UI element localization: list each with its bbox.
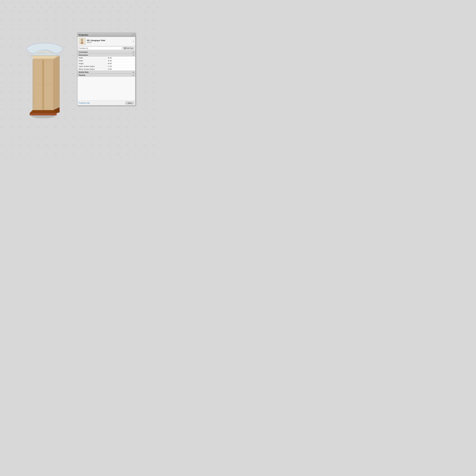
table-row: Height xyxy=(78,62,135,65)
svg-text:RD: RD xyxy=(4,6,7,8)
furniture-illustration xyxy=(15,30,71,122)
phasing-label: Phasing xyxy=(79,74,85,76)
identity-data-chevron-icon: ⏶ xyxy=(133,71,134,73)
svg-marker-25 xyxy=(30,110,56,113)
svg-text:RD: RD xyxy=(58,6,60,8)
prop-label: Upper Surface Radius xyxy=(78,65,106,68)
svg-rect-46 xyxy=(82,39,83,41)
section-constraints[interactable]: Constraints ⏶ xyxy=(78,51,135,53)
prop-value[interactable] xyxy=(106,56,135,59)
selector-row: Furniture (1) Edit Type xyxy=(78,46,135,51)
panel-footer: Properties help Apply xyxy=(78,101,135,105)
svg-rect-45 xyxy=(81,39,82,41)
item-info: RD_Synagogue Table Wood xyxy=(87,39,131,43)
close-button[interactable]: ✕ xyxy=(132,34,134,36)
prop-label: Width xyxy=(78,56,106,59)
svg-text:RD: RD xyxy=(13,6,16,8)
table-row: Width xyxy=(78,56,135,59)
svg-text:RD: RD xyxy=(22,6,25,8)
panel-header: RD_Synagogue Table Wood ▼ xyxy=(78,37,135,46)
phasing-chevron-icon: ⏶ xyxy=(133,74,134,76)
type-selector[interactable]: Furniture (1) xyxy=(78,47,122,50)
svg-text:RD: RD xyxy=(67,6,69,8)
properties-panel: Properties ✕ RD_Synagogue Table Wood ▼ F… xyxy=(77,33,135,105)
dimensions-table: Width Depth Height Upper Surface Radius … xyxy=(78,56,135,71)
prop-value-input[interactable] xyxy=(108,63,134,64)
svg-marker-29 xyxy=(53,56,60,110)
prop-value[interactable] xyxy=(106,65,135,68)
section-phasing[interactable]: Phasing ⏶ xyxy=(78,74,135,77)
svg-text:RD: RD xyxy=(85,6,87,8)
edit-type-button[interactable]: Edit Type xyxy=(123,47,134,50)
svg-text:RD: RD xyxy=(129,6,132,8)
prop-value-input[interactable] xyxy=(108,60,134,62)
svg-text:RD: RD xyxy=(40,6,43,8)
svg-marker-43 xyxy=(31,54,60,55)
prop-value[interactable] xyxy=(106,68,135,71)
prop-value[interactable] xyxy=(106,62,135,65)
dimensions-label: Dimensions xyxy=(79,54,88,56)
table-row: Below Surface Radius xyxy=(78,68,135,71)
prop-label: Height xyxy=(78,62,106,65)
prop-value[interactable] xyxy=(106,59,135,62)
svg-rect-48 xyxy=(124,47,125,48)
svg-text:RD: RD xyxy=(120,6,123,8)
table-row: Upper Surface Radius xyxy=(78,65,135,68)
svg-text:RD: RD xyxy=(147,6,150,8)
svg-rect-36 xyxy=(42,60,44,110)
dropdown-arrow-icon: ▼ xyxy=(133,41,134,42)
empty-area xyxy=(78,77,135,101)
constraints-label: Constraints xyxy=(79,51,88,53)
prop-value-input[interactable] xyxy=(108,68,134,70)
constraints-chevron-icon: ⏶ xyxy=(133,51,134,53)
svg-text:RD: RD xyxy=(156,6,159,8)
panel-titlebar: Properties ✕ xyxy=(78,33,135,37)
prop-value-input[interactable] xyxy=(108,66,134,67)
svg-text:RD: RD xyxy=(31,6,34,8)
svg-rect-51 xyxy=(125,48,126,49)
dimensions-chevron-icon: ⏷ xyxy=(133,54,134,56)
edit-type-icon xyxy=(124,47,126,49)
prop-label: Below Surface Radius xyxy=(78,68,106,71)
item-thumbnail xyxy=(79,38,86,45)
edit-type-label: Edit Type xyxy=(126,47,133,49)
svg-text:RD: RD xyxy=(103,6,105,8)
prop-value-input[interactable] xyxy=(108,57,134,59)
apply-button[interactable]: Apply xyxy=(125,102,134,104)
section-identity-data[interactable]: Identity Data ⏶ xyxy=(78,71,135,74)
properties-help-link[interactable]: Properties help xyxy=(79,102,90,104)
svg-marker-26 xyxy=(30,113,56,115)
svg-text:RD: RD xyxy=(112,6,114,8)
svg-rect-50 xyxy=(124,48,125,49)
svg-text:RD: RD xyxy=(138,6,141,8)
table-row: Depth xyxy=(78,59,135,62)
prop-label: Depth xyxy=(78,59,106,62)
item-name: RD_Synagogue Table xyxy=(87,39,131,41)
svg-text:RD: RD xyxy=(49,6,51,8)
svg-text:RD: RD xyxy=(76,6,78,8)
panel-title: Properties xyxy=(79,34,88,36)
section-dimensions[interactable]: Dimensions ⏷ xyxy=(78,53,135,56)
svg-rect-47 xyxy=(81,43,83,43)
identity-data-label: Identity Data xyxy=(79,71,88,73)
svg-text:RD: RD xyxy=(94,6,96,8)
svg-rect-49 xyxy=(125,47,126,48)
item-type: Wood xyxy=(87,41,131,43)
